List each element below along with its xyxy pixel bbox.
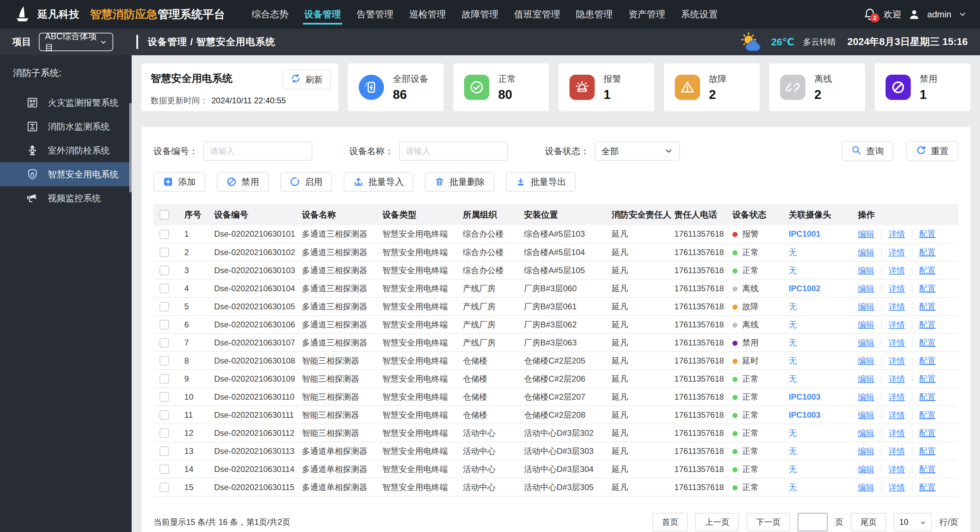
prev-page-button[interactable]: 上一页 bbox=[695, 513, 739, 531]
config-link[interactable]: 配置 bbox=[919, 465, 935, 474]
page-number-input[interactable] bbox=[797, 513, 827, 531]
detail-link[interactable]: 详情 bbox=[889, 374, 905, 383]
nav-item-6[interactable]: 隐患管理 bbox=[576, 0, 613, 29]
edit-link[interactable]: 编辑 bbox=[858, 248, 874, 257]
row-checkbox[interactable] bbox=[159, 374, 169, 384]
config-link[interactable]: 配置 bbox=[919, 374, 935, 383]
config-link[interactable]: 配置 bbox=[919, 410, 935, 419]
sidebar-item-3[interactable]: 智慧安全用电系统 bbox=[0, 162, 132, 186]
edit-link[interactable]: 编辑 bbox=[858, 392, 874, 401]
action-button-3[interactable]: 批量导入 bbox=[344, 172, 413, 192]
camera-link[interactable]: IPC1003 bbox=[789, 410, 821, 419]
nav-item-3[interactable]: 巡检管理 bbox=[409, 0, 446, 29]
row-checkbox[interactable] bbox=[159, 248, 169, 257]
row-checkbox[interactable] bbox=[159, 229, 169, 239]
action-button-5[interactable]: 批量导出 bbox=[506, 172, 576, 192]
camera-link[interactable]: IPC1002 bbox=[789, 284, 821, 293]
detail-link[interactable]: 详情 bbox=[889, 266, 905, 275]
row-checkbox[interactable] bbox=[159, 320, 169, 330]
config-link[interactable]: 配置 bbox=[919, 483, 935, 492]
row-checkbox[interactable] bbox=[159, 284, 169, 293]
edit-link[interactable]: 编辑 bbox=[858, 483, 874, 492]
sidebar-item-1[interactable]: 消防水监测系统 bbox=[0, 115, 132, 139]
first-page-button[interactable]: 首页 bbox=[652, 513, 688, 531]
row-checkbox[interactable] bbox=[159, 410, 169, 420]
detail-link[interactable]: 详情 bbox=[889, 483, 905, 492]
detail-link[interactable]: 详情 bbox=[889, 392, 905, 401]
row-checkbox[interactable] bbox=[159, 392, 169, 402]
search-button[interactable]: 查询 bbox=[842, 141, 893, 161]
config-link[interactable]: 配置 bbox=[919, 392, 935, 401]
edit-link[interactable]: 编辑 bbox=[858, 338, 874, 347]
edit-link[interactable]: 编辑 bbox=[858, 465, 874, 474]
detail-link[interactable]: 详情 bbox=[889, 248, 905, 257]
row-checkbox[interactable] bbox=[159, 338, 169, 347]
detail-link[interactable]: 详情 bbox=[889, 229, 905, 238]
edit-link[interactable]: 编辑 bbox=[858, 266, 874, 275]
detail-link[interactable]: 详情 bbox=[889, 446, 905, 456]
sidebar-item-4[interactable]: 视频监控系统 bbox=[0, 186, 132, 210]
select-all-checkbox[interactable] bbox=[159, 210, 169, 220]
reset-button[interactable]: 重置 bbox=[906, 141, 958, 161]
user-avatar-icon[interactable] bbox=[908, 8, 920, 21]
config-link[interactable]: 配置 bbox=[919, 248, 935, 257]
detail-link[interactable]: 详情 bbox=[889, 410, 905, 419]
camera-link[interactable]: IPC1001 bbox=[789, 229, 821, 238]
row-checkbox[interactable] bbox=[159, 266, 169, 275]
detail-link[interactable]: 详情 bbox=[889, 465, 905, 474]
sidebar-item-0[interactable]: 火灾监测报警系统 bbox=[0, 91, 132, 115]
config-link[interactable]: 配置 bbox=[919, 266, 935, 275]
action-button-1[interactable]: 禁用 bbox=[217, 172, 269, 192]
edit-link[interactable]: 编辑 bbox=[858, 446, 874, 456]
row-checkbox[interactable] bbox=[159, 446, 169, 456]
action-button-4[interactable]: 批量删除 bbox=[425, 172, 495, 192]
detail-link[interactable]: 详情 bbox=[889, 356, 905, 365]
action-button-2[interactable]: 启用 bbox=[280, 172, 332, 192]
detail-link[interactable]: 详情 bbox=[889, 320, 905, 329]
edit-link[interactable]: 编辑 bbox=[858, 356, 874, 365]
edit-link[interactable]: 编辑 bbox=[858, 284, 874, 293]
next-page-button[interactable]: 下一页 bbox=[746, 513, 790, 531]
config-link[interactable]: 配置 bbox=[919, 229, 935, 238]
device-status-select[interactable]: 全部 bbox=[595, 142, 680, 161]
action-button-0[interactable]: 添加 bbox=[153, 172, 205, 192]
nav-item-8[interactable]: 系统设置 bbox=[681, 0, 718, 29]
nav-item-7[interactable]: 资产管理 bbox=[628, 0, 665, 29]
row-checkbox[interactable] bbox=[159, 302, 169, 311]
row-checkbox[interactable] bbox=[159, 465, 169, 474]
nav-item-2[interactable]: 告警管理 bbox=[357, 0, 393, 29]
nav-item-4[interactable]: 故障管理 bbox=[462, 0, 498, 29]
edit-link[interactable]: 编辑 bbox=[858, 374, 874, 383]
detail-link[interactable]: 详情 bbox=[889, 338, 905, 347]
detail-link[interactable]: 详情 bbox=[889, 302, 905, 311]
config-link[interactable]: 配置 bbox=[919, 428, 935, 438]
device-name-input[interactable] bbox=[399, 142, 508, 161]
detail-link[interactable]: 详情 bbox=[889, 284, 905, 293]
project-select[interactable]: ABC综合体项目 bbox=[39, 33, 113, 51]
row-checkbox[interactable] bbox=[159, 428, 169, 438]
camera-link[interactable]: IPC1003 bbox=[789, 392, 821, 401]
page-size-select[interactable]: 10 bbox=[894, 513, 932, 531]
config-link[interactable]: 配置 bbox=[919, 446, 935, 456]
detail-link[interactable]: 详情 bbox=[889, 428, 905, 438]
config-link[interactable]: 配置 bbox=[919, 302, 935, 311]
config-link[interactable]: 配置 bbox=[919, 356, 935, 365]
nav-item-5[interactable]: 值班室管理 bbox=[514, 0, 560, 29]
user-menu-chevron-down-icon[interactable] bbox=[958, 10, 967, 19]
nav-item-1[interactable]: 设备管理 bbox=[304, 0, 341, 29]
row-checkbox[interactable] bbox=[159, 356, 169, 366]
sidebar-scrollbar[interactable] bbox=[129, 103, 132, 192]
edit-link[interactable]: 编辑 bbox=[858, 410, 874, 419]
row-checkbox[interactable] bbox=[159, 483, 169, 492]
edit-link[interactable]: 编辑 bbox=[858, 428, 874, 438]
device-no-input[interactable] bbox=[203, 142, 312, 161]
sidebar-item-2[interactable]: 室外消防栓系统 bbox=[0, 139, 132, 162]
nav-item-0[interactable]: 综合态势 bbox=[251, 0, 288, 29]
refresh-button[interactable]: 刷新 bbox=[282, 70, 331, 89]
edit-link[interactable]: 编辑 bbox=[858, 302, 874, 311]
config-link[interactable]: 配置 bbox=[919, 338, 935, 347]
notification-bell-icon[interactable]: 2 bbox=[863, 8, 877, 21]
last-page-button[interactable]: 尾页 bbox=[851, 513, 886, 531]
edit-link[interactable]: 编辑 bbox=[858, 320, 874, 329]
config-link[interactable]: 配置 bbox=[919, 284, 935, 293]
